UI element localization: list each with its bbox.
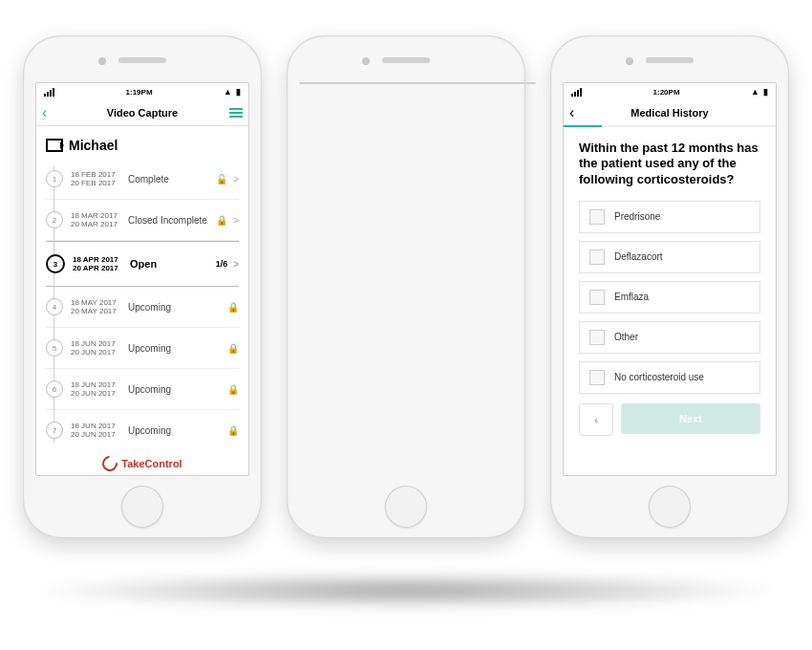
page-title: Medical History bbox=[564, 107, 776, 119]
video-icon bbox=[46, 139, 63, 152]
session-row[interactable]: 2 18 MAR 201720 MAR 2017 Closed Incomple… bbox=[46, 200, 239, 241]
phone-video-capture: 1:19PM ▲▮ ‹ Video Capture Michael bbox=[24, 36, 261, 537]
session-timeline: 1 18 FEB 201720 FEB 2017 Complete 🔓> 2 1… bbox=[46, 159, 239, 450]
session-dates: 18 JUN 201720 JUN 2017 bbox=[71, 380, 120, 398]
step-badge: 4 bbox=[46, 298, 63, 315]
session-status: Upcoming bbox=[128, 384, 220, 395]
unlock-icon: 🔓 bbox=[216, 174, 227, 184]
phone-camera-dot bbox=[626, 57, 633, 65]
session-row-active[interactable]: 3 18 APR 201720 APR 2017 Open 1/6> bbox=[46, 241, 239, 287]
status-bar: 1:20PM ▲▮ bbox=[300, 83, 535, 84]
progress-bar bbox=[564, 125, 776, 127]
question-text: Within the past 12 months has the patien… bbox=[579, 141, 760, 187]
step-badge: 7 bbox=[46, 422, 63, 439]
lock-icon: 🔒 bbox=[227, 343, 239, 354]
phone-recording: 1:20PM ▲▮ Standing Up ‹ 00:18 bbox=[288, 36, 524, 537]
next-button[interactable]: Next bbox=[621, 403, 760, 434]
home-button[interactable] bbox=[649, 486, 691, 528]
lock-icon: 🔒 bbox=[227, 384, 239, 395]
brand-footer: TakeControl bbox=[46, 450, 239, 476]
signal-icon bbox=[571, 88, 582, 97]
session-status: Open bbox=[130, 258, 208, 270]
lock-icon: 🔒 bbox=[216, 215, 227, 226]
phone-camera-dot bbox=[98, 57, 106, 65]
session-row[interactable]: 6 18 JUN 201720 JUN 2017 Upcoming 🔒 bbox=[46, 369, 239, 410]
step-badge: 5 bbox=[46, 339, 63, 357]
step-badge: 6 bbox=[46, 380, 63, 398]
checkbox[interactable] bbox=[589, 209, 605, 225]
status-time: 1:20PM bbox=[653, 88, 680, 97]
phone-camera-dot bbox=[362, 57, 370, 65]
session-status: Complete bbox=[128, 174, 208, 184]
lock-icon: 🔒 bbox=[227, 425, 239, 436]
option-row[interactable]: Deflazacort bbox=[579, 241, 760, 273]
status-bar: 1:19PM ▲▮ bbox=[36, 83, 248, 100]
session-row[interactable]: 1 18 FEB 201720 FEB 2017 Complete 🔓> bbox=[46, 159, 239, 200]
checkbox[interactable] bbox=[589, 370, 605, 385]
checkbox[interactable] bbox=[589, 249, 605, 265]
back-button[interactable]: ‹ bbox=[42, 104, 47, 121]
back-button[interactable]: ‹ bbox=[569, 104, 574, 121]
chevron-right-icon: > bbox=[233, 215, 239, 226]
session-dates: 18 APR 201720 APR 2017 bbox=[73, 255, 122, 272]
record-bar: 00:18 bbox=[300, 82, 535, 83]
screen-header: ‹ Video Capture bbox=[36, 100, 248, 126]
session-dates: 18 FEB 201720 FEB 2017 bbox=[71, 170, 120, 187]
session-status: Upcoming bbox=[128, 343, 220, 354]
checkbox[interactable] bbox=[589, 330, 605, 345]
wifi-icon: ▲ bbox=[224, 87, 232, 97]
phone-medical-history: 1:20PM ▲▮ ‹ Medical History Within the p… bbox=[551, 36, 788, 537]
home-button[interactable] bbox=[385, 486, 427, 528]
phones-shadow bbox=[29, 572, 783, 610]
menu-icon[interactable] bbox=[229, 108, 243, 118]
checkbox[interactable] bbox=[589, 290, 605, 305]
option-row[interactable]: No corticosteroid use bbox=[579, 361, 760, 394]
lock-icon: 🔒 bbox=[227, 302, 239, 313]
brand-icon bbox=[99, 453, 121, 475]
option-row[interactable]: Other bbox=[579, 321, 760, 354]
screen-header: ‹ Medical History bbox=[564, 100, 776, 125]
session-status: Closed Incomplete bbox=[128, 215, 208, 226]
prev-button[interactable]: ‹ bbox=[579, 403, 613, 436]
session-progress: 1/6 bbox=[216, 259, 228, 269]
battery-icon: ▮ bbox=[236, 87, 241, 97]
session-dates: 18 JUN 201720 JUN 2017 bbox=[71, 422, 120, 439]
status-bar: 1:20PM ▲▮ bbox=[564, 83, 776, 100]
option-row[interactable]: Predrisone bbox=[579, 201, 760, 233]
step-badge: 2 bbox=[46, 211, 63, 228]
signal-icon bbox=[44, 88, 54, 97]
battery-icon: ▮ bbox=[763, 87, 768, 97]
session-row[interactable]: 7 18 JUN 201720 JUN 2017 Upcoming 🔒 bbox=[46, 410, 239, 450]
page-title: Video Capture bbox=[36, 107, 248, 119]
status-time: 1:19PM bbox=[126, 88, 153, 97]
chevron-right-icon: > bbox=[233, 174, 239, 184]
session-row[interactable]: 4 18 MAY 201720 MAY 2017 Upcoming 🔒 bbox=[46, 287, 239, 328]
home-button[interactable] bbox=[121, 486, 163, 528]
session-status: Upcoming bbox=[128, 425, 220, 436]
wifi-icon: ▲ bbox=[751, 87, 759, 97]
step-badge: 1 bbox=[46, 170, 63, 187]
session-dates: 18 JUN 201720 JUN 2017 bbox=[71, 339, 120, 357]
option-row[interactable]: Emflaza bbox=[579, 281, 760, 314]
session-dates: 18 MAY 201720 MAY 2017 bbox=[71, 298, 120, 315]
patient-name: Michael bbox=[46, 138, 239, 153]
chevron-right-icon: > bbox=[233, 259, 239, 270]
step-badge: 3 bbox=[46, 254, 65, 273]
session-dates: 18 MAR 201720 MAR 2017 bbox=[71, 211, 120, 228]
session-row[interactable]: 5 18 JUN 201720 JUN 2017 Upcoming 🔒 bbox=[46, 328, 239, 369]
session-status: Upcoming bbox=[128, 302, 220, 313]
